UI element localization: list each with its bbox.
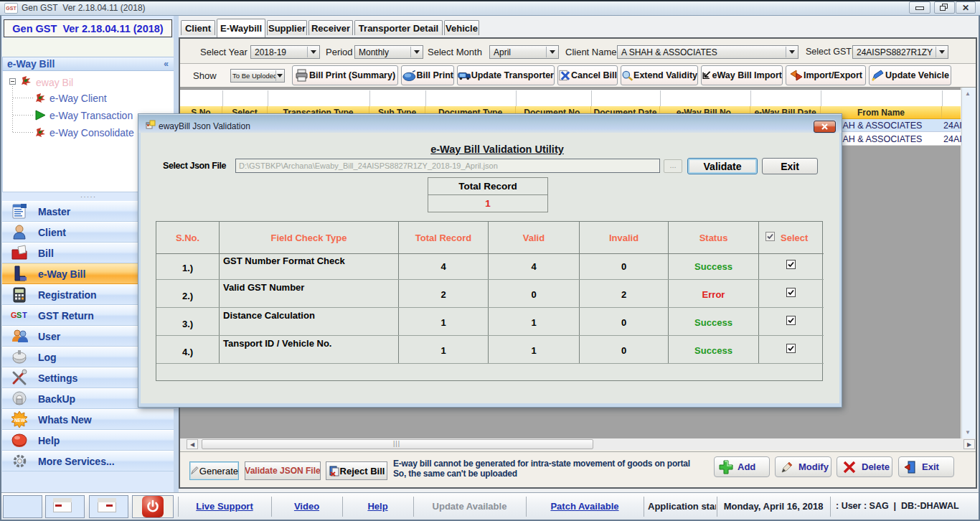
svg-text:NEW: NEW <box>14 418 26 423</box>
svg-text:T: T <box>22 311 27 319</box>
svg-text:S: S <box>17 311 22 319</box>
